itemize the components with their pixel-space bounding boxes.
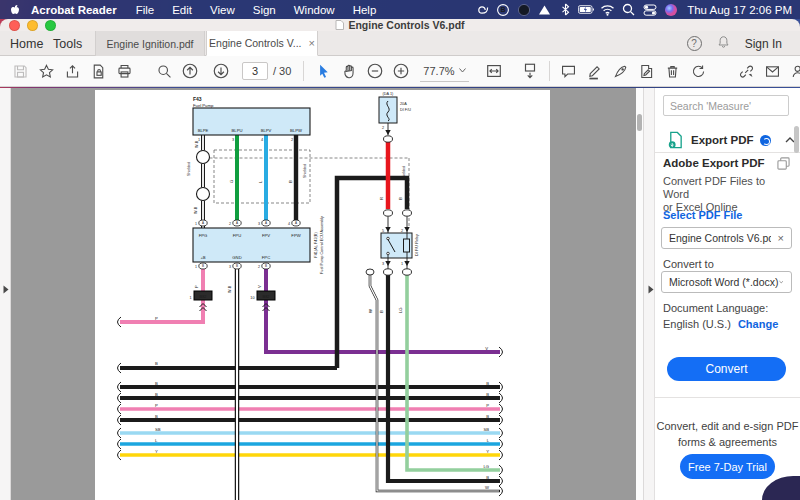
share-link-button[interactable] — [734, 58, 760, 84]
diagram-label: Y — [486, 449, 489, 454]
sign-in-button[interactable]: Sign In — [745, 37, 782, 51]
convert-button[interactable]: Convert — [667, 357, 786, 381]
tab-tools[interactable]: Tools — [53, 31, 82, 56]
rotate-button[interactable] — [686, 58, 712, 84]
find-button[interactable] — [151, 58, 177, 84]
sign-pen-button[interactable] — [608, 58, 634, 84]
fit-width-button[interactable] — [481, 58, 507, 84]
menu-bar-clock[interactable]: Thu Aug 17 2:06 PM — [687, 4, 792, 16]
export-pdf-icon — [667, 131, 684, 149]
delete-button[interactable] — [660, 58, 686, 84]
close-button[interactable] — [9, 20, 20, 31]
selected-file-field[interactable]: Engine Controls V6.pdf × — [661, 227, 792, 249]
convert-to-label: Convert to — [663, 258, 714, 270]
scrollbar-thumb[interactable] — [637, 114, 642, 131]
request-signatures-button[interactable] — [786, 58, 800, 84]
spotlight-search-icon[interactable] — [620, 2, 637, 17]
dark-circle-status-icon[interactable] — [515, 2, 532, 17]
diagram-label: BLPU — [232, 128, 243, 133]
fill-and-sign-button[interactable] — [634, 58, 660, 84]
swirl-status-icon[interactable] — [473, 2, 490, 17]
promo-text: Convert, edit and e-sign PDF forms & agr… — [655, 418, 800, 450]
language-value: English (U.S.) — [663, 318, 731, 330]
tab-home[interactable]: Home — [10, 31, 43, 56]
tab-close-icon[interactable]: × — [308, 37, 314, 49]
save-button[interactable] — [7, 58, 33, 84]
next-page-button[interactable] — [208, 58, 234, 84]
diagram-label: G — [229, 180, 234, 183]
diagram-label: Fuel Pump Control ECU Assembly — [320, 216, 324, 274]
change-language-link[interactable]: Change — [738, 318, 778, 330]
notifications-bell-icon[interactable] — [716, 34, 731, 54]
control-center-icon[interactable] — [641, 2, 658, 17]
diagram-label: (DA 1) — [383, 92, 394, 96]
help-icon[interactable]: ? — [687, 36, 702, 51]
select-tool-button[interactable] — [310, 58, 336, 84]
zoom-button[interactable] — [45, 20, 56, 31]
document-icon — [335, 20, 344, 30]
diagram-label: B — [288, 180, 293, 183]
menu-view[interactable]: View — [210, 4, 235, 16]
page-number-input[interactable] — [242, 62, 268, 80]
wifi-icon[interactable] — [599, 2, 616, 17]
export-pdf-label: Export PDF — [691, 134, 754, 146]
circle-b-status-icon[interactable]: B — [494, 2, 511, 17]
diagram-label: W-B — [228, 285, 232, 293]
zoom-out-button[interactable] — [362, 58, 388, 84]
hand-tool-button[interactable] — [336, 58, 362, 84]
tab-engine-controls[interactable]: Engine Controls V... × — [206, 31, 318, 56]
promo-illustration — [762, 476, 800, 500]
triangle-status-icon[interactable] — [536, 2, 553, 17]
siri-icon[interactable] — [662, 2, 679, 17]
zoom-level-control[interactable]: 77.7% — [420, 60, 468, 82]
protect-document-button[interactable] — [85, 58, 111, 84]
export-pdf-header[interactable]: Export PDF — [655, 127, 800, 153]
share-upload-button[interactable] — [59, 58, 85, 84]
document-language-label: Document Language: — [663, 302, 768, 314]
free-trial-button[interactable]: Free 7-Day Trial — [680, 454, 775, 479]
search-tools-input[interactable] — [663, 95, 789, 116]
diagram-label: Shielded — [303, 164, 307, 178]
menu-app-name[interactable]: Acrobat Reader — [31, 4, 117, 16]
tab-engine-ignition[interactable]: Engine Ignition.pdf — [95, 31, 205, 56]
zoom-in-button[interactable] — [388, 58, 414, 84]
selected-file-name: Engine Controls V6.pdf — [669, 232, 771, 244]
comment-button[interactable] — [556, 58, 582, 84]
diagram-label: 5 — [382, 229, 384, 233]
diagram-label: 3 — [382, 262, 384, 266]
collapse-panel-icon[interactable] — [648, 285, 654, 294]
diagram-label: SB — [155, 427, 161, 432]
email-button[interactable] — [760, 58, 786, 84]
diagram-label: DI F/U Relay — [415, 234, 419, 256]
diagram-label: 4 — [288, 222, 290, 226]
menu-window[interactable]: Window — [294, 4, 335, 16]
diagram-label: P — [155, 403, 158, 408]
diagram-label: P — [155, 316, 158, 321]
format-dropdown[interactable]: Microsoft Word (*.docx) — [661, 271, 792, 293]
diagram-label: B — [379, 310, 384, 313]
panel-scrollbar-thumb[interactable] — [794, 126, 799, 153]
highlight-button[interactable] — [582, 58, 608, 84]
battery-icon[interactable] — [578, 2, 595, 17]
menu-file[interactable]: File — [136, 4, 155, 16]
remove-file-icon[interactable]: × — [778, 232, 784, 244]
favorite-star-button[interactable] — [33, 58, 59, 84]
apple-menu-icon[interactable] — [6, 2, 23, 17]
open-nav-pane-icon[interactable] — [3, 285, 9, 294]
main-toolbar: / 30 77.7% — [0, 56, 800, 87]
menu-help[interactable]: Help — [353, 4, 377, 16]
copy-pages-icon — [777, 157, 790, 170]
page-scrolling-button[interactable] — [517, 58, 543, 84]
document-scrollbar[interactable] — [636, 88, 643, 500]
diagram-label: Fuel Pump — [193, 103, 214, 108]
print-button[interactable] — [111, 58, 137, 84]
minimize-button[interactable] — [27, 20, 38, 31]
bluetooth-icon[interactable] — [557, 2, 574, 17]
select-pdf-file-link[interactable]: Select PDF File — [663, 209, 742, 221]
diagram-label: B — [202, 264, 204, 268]
menu-edit[interactable]: Edit — [172, 4, 192, 16]
previous-page-button[interactable] — [177, 58, 203, 84]
menu-sign[interactable]: Sign — [253, 4, 276, 16]
macos-menu-bar: Acrobat Reader File Edit View Sign Windo… — [0, 0, 800, 19]
sync-badge-icon — [760, 135, 771, 146]
